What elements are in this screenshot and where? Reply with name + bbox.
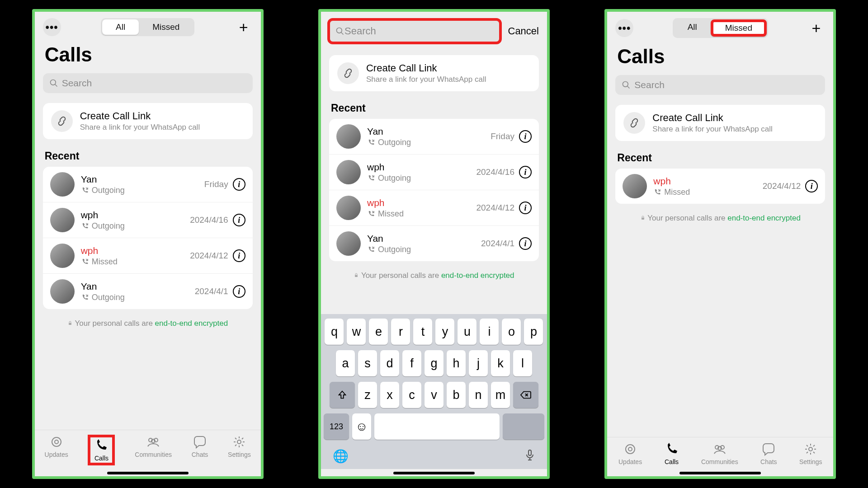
info-icon[interactable]: i — [233, 285, 245, 298]
call-direction-icon — [81, 293, 89, 301]
key-p[interactable]: p — [524, 319, 543, 345]
key-c[interactable]: c — [402, 382, 421, 408]
tab-missed[interactable]: Missed — [711, 19, 767, 37]
call-row[interactable]: Yan Outgoing 2024/4/1 i — [329, 226, 539, 261]
info-icon[interactable]: i — [519, 166, 532, 178]
key-k[interactable]: k — [491, 350, 510, 376]
tab-all[interactable]: All — [674, 19, 711, 37]
cancel-button[interactable]: Cancel — [506, 23, 541, 39]
tab-all[interactable]: All — [102, 19, 139, 35]
tab-updates[interactable]: Updates — [618, 442, 642, 465]
tab-communities[interactable]: Communities — [701, 442, 738, 465]
return-key[interactable] — [503, 413, 544, 440]
encryption-link[interactable]: end-to-end encrypted — [727, 214, 801, 222]
key-x[interactable]: x — [380, 382, 399, 408]
info-icon[interactable]: i — [233, 214, 245, 226]
key-n[interactable]: n — [469, 382, 488, 408]
info-icon[interactable]: i — [519, 237, 532, 250]
create-link-sub: Share a link for your WhatsApp call — [80, 123, 200, 132]
search-text-input[interactable] — [344, 25, 494, 37]
tab-settings[interactable]: Settings — [799, 442, 822, 465]
call-status: Missed — [81, 257, 190, 267]
backspace-key[interactable] — [513, 382, 538, 408]
call-date: Friday — [491, 131, 514, 141]
key-j[interactable]: j — [469, 350, 488, 376]
numbers-key[interactable]: 123 — [324, 413, 349, 440]
key-q[interactable]: q — [325, 319, 344, 345]
call-row[interactable]: wph Outgoing 2024/4/16 i — [329, 155, 539, 190]
key-v[interactable]: v — [425, 382, 443, 408]
tab-calls[interactable]: Calls — [88, 435, 115, 465]
recent-header: Recent — [35, 144, 261, 165]
new-call-button[interactable]: + — [235, 18, 253, 36]
tab-settings[interactable]: Settings — [228, 435, 251, 465]
key-o[interactable]: o — [502, 319, 521, 345]
call-row[interactable]: Yan Outgoing 2024/4/1 i — [43, 274, 253, 309]
tab-communities[interactable]: Communities — [135, 435, 172, 465]
key-e[interactable]: e — [369, 319, 388, 345]
key-g[interactable]: g — [425, 350, 443, 376]
contact-name: Yan — [81, 174, 204, 185]
create-call-link-card[interactable]: Create Call Link Share a link for your W… — [615, 105, 825, 141]
search-field[interactable] — [327, 18, 502, 44]
search-input[interactable]: Search — [615, 75, 825, 95]
key-l[interactable]: l — [513, 350, 532, 376]
key-a[interactable]: a — [336, 350, 355, 376]
info-icon[interactable]: i — [805, 180, 818, 192]
search-input[interactable]: Search — [43, 73, 253, 93]
svg-point-13 — [623, 82, 628, 87]
call-row[interactable]: wph Missed 2024/4/12 i — [329, 190, 539, 226]
mic-key[interactable] — [524, 449, 535, 465]
key-d[interactable]: d — [380, 350, 399, 376]
key-z[interactable]: z — [358, 382, 377, 408]
avatar — [336, 160, 361, 184]
key-f[interactable]: f — [402, 350, 421, 376]
svg-point-8 — [237, 440, 241, 444]
key-h[interactable]: h — [447, 350, 466, 376]
key-t[interactable]: t — [413, 319, 432, 345]
key-r[interactable]: r — [391, 319, 410, 345]
tab-missed[interactable]: Missed — [139, 19, 193, 35]
space-key[interactable] — [374, 413, 500, 440]
call-row[interactable]: Yan Outgoing Friday i — [329, 119, 539, 155]
key-w[interactable]: w — [347, 319, 366, 345]
call-row[interactable]: wph Missed 2024/4/12 i — [615, 169, 825, 204]
search-placeholder: Search — [62, 78, 92, 89]
key-s[interactable]: s — [358, 350, 377, 376]
shift-key[interactable] — [330, 382, 355, 408]
key-y[interactable]: y — [435, 319, 454, 345]
tab-chats[interactable]: Chats — [760, 442, 777, 465]
call-row[interactable]: wph Missed 2024/4/12 i — [43, 238, 253, 274]
info-icon[interactable]: i — [233, 249, 245, 262]
key-m[interactable]: m — [491, 382, 510, 408]
encryption-link[interactable]: end-to-end encrypted — [441, 271, 514, 280]
more-button[interactable]: ••• — [43, 18, 61, 36]
globe-key[interactable]: 🌐 — [333, 449, 349, 465]
svg-rect-12 — [528, 450, 531, 455]
tab-updates[interactable]: Updates — [45, 435, 68, 465]
new-call-button[interactable]: + — [807, 19, 825, 37]
call-row[interactable]: Yan Outgoing Friday i — [43, 167, 253, 202]
call-direction-icon — [367, 138, 375, 146]
key-u[interactable]: u — [458, 319, 476, 345]
calls-filter-segment: All Missed — [673, 18, 768, 38]
key-i[interactable]: i — [480, 319, 499, 345]
encryption-link[interactable]: end-to-end encrypted — [155, 319, 228, 328]
info-icon[interactable]: i — [233, 178, 245, 191]
info-icon[interactable]: i — [519, 202, 532, 214]
encryption-note: Your personal calls are end-to-end encry… — [607, 208, 833, 228]
search-placeholder: Search — [634, 80, 665, 90]
create-link-title: Create Call Link — [80, 110, 200, 122]
emoji-key[interactable]: ☺ — [352, 413, 371, 440]
contact-name: Yan — [367, 233, 481, 244]
info-icon[interactable]: i — [519, 130, 532, 143]
create-call-link-card[interactable]: Create Call Link Share a link for your W… — [43, 103, 253, 139]
key-b[interactable]: b — [447, 382, 466, 408]
link-icon — [51, 110, 73, 132]
tab-calls[interactable]: Calls — [665, 442, 679, 465]
phone-icon — [665, 442, 679, 456]
call-row[interactable]: wph Outgoing 2024/4/16 i — [43, 202, 253, 238]
more-button[interactable]: ••• — [615, 19, 633, 37]
tab-chats[interactable]: Chats — [192, 435, 208, 465]
create-call-link-card[interactable]: Create Call Link Share a link for your W… — [329, 55, 539, 91]
